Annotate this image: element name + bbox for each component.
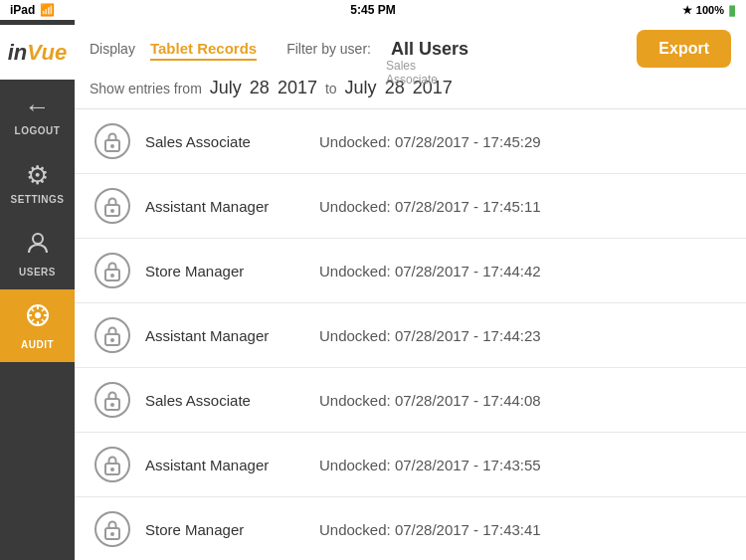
- bluetooth-icon: ★: [682, 4, 692, 17]
- lock-icon-wrap: [94, 188, 130, 224]
- logo-area: inVue: [0, 25, 75, 80]
- record-role: Sales Associate: [145, 392, 304, 409]
- battery-icon: ▮: [728, 2, 736, 18]
- records-list: Sales Associate Undocked: 07/28/2017 - 1…: [75, 109, 746, 560]
- svg-point-16: [110, 274, 114, 278]
- audit-icon: [24, 301, 52, 336]
- svg-line-10: [31, 319, 34, 322]
- svg-point-20: [110, 403, 114, 407]
- record-role: Store Manager: [145, 263, 304, 280]
- logout-icon: ←: [25, 92, 51, 122]
- record-role: Assistant Manager: [145, 327, 304, 344]
- logo-in: in: [8, 40, 28, 65]
- table-row: Assistant Manager Undocked: 07/28/2017 -…: [75, 433, 746, 497]
- tablet-records-tab[interactable]: Tablet Records: [150, 38, 257, 61]
- record-role: Assistant Manager: [145, 457, 304, 473]
- svg-point-2: [35, 312, 41, 318]
- table-row: Assistant Manager Undocked: 07/28/2017 -…: [75, 174, 746, 239]
- record-action: Undocked: 07/28/2017 - 17:43:41: [319, 521, 541, 538]
- filter-by-label: Filter by user:: [286, 41, 371, 57]
- main-content: Display Tablet Records Filter by user: A…: [75, 20, 746, 560]
- record-role: Assistant Manager: [145, 198, 304, 215]
- status-bar-time: 5:45 PM: [350, 3, 395, 17]
- lock-icon: [102, 195, 122, 217]
- export-button[interactable]: Export: [637, 30, 731, 68]
- table-row: Store Manager Undocked: 07/28/2017 - 17:…: [75, 497, 746, 560]
- sidebar: inVue ← LOGOUT ⚙ SETTINGS USERS: [0, 20, 75, 560]
- settings-icon: ⚙: [26, 160, 49, 191]
- record-action: Undocked: 07/28/2017 - 17:44:08: [319, 392, 541, 409]
- all-users-label: All Users: [391, 39, 468, 59]
- lock-icon-wrap: [94, 317, 130, 353]
- sales-associate-sub: Sales Associate: [386, 59, 468, 87]
- lock-icon: [102, 324, 122, 346]
- status-bar-right: ★ 100% ▮: [682, 2, 736, 18]
- from-day: 28: [250, 78, 270, 98]
- lock-icon: [102, 518, 122, 540]
- logo-vue: Vue: [27, 40, 67, 65]
- record-role: Sales Associate: [145, 133, 304, 150]
- status-bar-left: iPad 📶: [10, 3, 55, 17]
- table-row: Store Manager Undocked: 07/28/2017 - 17:…: [75, 239, 746, 303]
- user-dropdown-wrap: All Users Sales Associate: [386, 39, 468, 60]
- sidebar-item-logout[interactable]: ← LOGOUT: [0, 80, 75, 148]
- filter-row: Display Tablet Records Filter by user: A…: [90, 30, 731, 68]
- lock-icon: [102, 389, 122, 411]
- status-bar: iPad 📶 5:45 PM ★ 100% ▮: [0, 0, 746, 20]
- sidebar-item-label-users: USERS: [19, 267, 56, 278]
- svg-point-18: [110, 338, 114, 342]
- show-entries-label: Show entries from: [90, 81, 202, 96]
- ipad-label: iPad: [10, 3, 35, 17]
- record-role: Store Manager: [145, 521, 304, 538]
- battery-label: 100%: [696, 4, 724, 16]
- svg-point-12: [110, 144, 114, 148]
- to-label: to: [325, 81, 337, 96]
- sidebar-item-audit[interactable]: AUDIT: [0, 289, 75, 362]
- svg-line-7: [31, 308, 34, 311]
- app-container: inVue ← LOGOUT ⚙ SETTINGS USERS: [0, 20, 746, 560]
- record-action: Undocked: 07/28/2017 - 17:45:11: [319, 198, 541, 215]
- record-action: Undocked: 07/28/2017 - 17:43:55: [319, 457, 541, 473]
- lock-icon-wrap: [94, 511, 130, 547]
- from-month: July: [210, 78, 242, 98]
- display-label: Display: [90, 41, 135, 57]
- svg-line-8: [42, 319, 45, 322]
- svg-line-9: [42, 308, 45, 311]
- to-month: July: [345, 78, 377, 98]
- wifi-icon: 📶: [40, 3, 55, 17]
- table-row: Sales Associate Undocked: 07/28/2017 - 1…: [75, 109, 746, 174]
- lock-icon: [102, 130, 122, 152]
- lock-icon-wrap: [94, 447, 130, 482]
- sidebar-item-label-audit: AUDIT: [21, 339, 54, 350]
- svg-point-22: [110, 467, 114, 471]
- lock-icon-wrap: [94, 253, 130, 288]
- sidebar-item-users[interactable]: USERS: [0, 217, 75, 289]
- svg-point-24: [110, 532, 114, 536]
- sidebar-item-settings[interactable]: ⚙ SETTINGS: [0, 148, 75, 217]
- sidebar-item-label-settings: SETTINGS: [10, 194, 64, 205]
- users-icon: [24, 229, 52, 264]
- record-action: Undocked: 07/28/2017 - 17:44:23: [319, 327, 541, 344]
- logo: inVue: [8, 40, 68, 66]
- table-row: Sales Associate Undocked: 07/28/2017 - 1…: [75, 368, 746, 433]
- top-bar: Display Tablet Records Filter by user: A…: [75, 20, 746, 109]
- lock-icon-wrap: [94, 123, 130, 159]
- svg-point-0: [33, 234, 43, 244]
- lock-icon-wrap: [94, 382, 130, 418]
- sidebar-item-label-logout: LOGOUT: [15, 125, 61, 136]
- lock-icon: [102, 454, 122, 475]
- from-year: 2017: [278, 78, 317, 98]
- record-action: Undocked: 07/28/2017 - 17:44:42: [319, 263, 541, 280]
- svg-point-14: [110, 209, 114, 213]
- lock-icon: [102, 260, 122, 281]
- table-row: Assistant Manager Undocked: 07/28/2017 -…: [75, 303, 746, 368]
- record-action: Undocked: 07/28/2017 - 17:45:29: [319, 133, 541, 150]
